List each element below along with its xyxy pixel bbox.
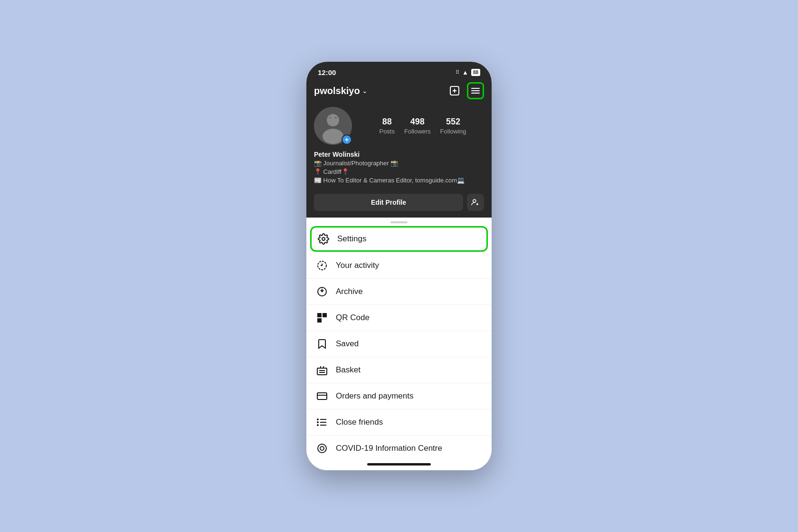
username-chevron-icon: ⌄ [362, 87, 368, 95]
payments-icon [316, 390, 328, 402]
menu-item-close-friends[interactable]: Close friends [306, 409, 492, 436]
home-indicator [367, 463, 431, 466]
add-post-button[interactable] [446, 82, 463, 99]
settings-label: Settings [337, 234, 366, 244]
bio-line-2: 📍 Cardiff📍 [314, 168, 484, 176]
edit-profile-bar: Edit Profile [306, 191, 492, 218]
menu-item-saved[interactable]: Saved [306, 331, 492, 357]
avatar-add-button[interactable]: + [342, 134, 352, 145]
bio-line-3: 📰 How To Editor & Cameras Editor, tomsgu… [314, 176, 484, 185]
activity-label: Your activity [336, 261, 379, 270]
archive-icon [316, 285, 328, 298]
svg-rect-20 [324, 314, 325, 316]
bio-section: Peter Wolinski 📸 Journalist/Photographer… [306, 151, 492, 191]
menu-sheet: Settings Your activity [306, 218, 492, 470]
close-friends-label: Close friends [336, 418, 383, 427]
posts-stat: 88 Posts [379, 117, 395, 135]
profile-section: 12:00 ⠿ ▲ 88 pwolskiyo ⌄ [306, 62, 492, 218]
nav-icons [446, 82, 484, 99]
phone-frame: 12:00 ⠿ ▲ 88 pwolskiyo ⌄ [306, 62, 492, 470]
svg-rect-37 [317, 393, 327, 399]
qr-icon [316, 312, 328, 324]
svg-point-45 [318, 444, 326, 453]
posts-count: 88 [379, 117, 395, 127]
menu-item-qr[interactable]: QR Code [306, 305, 492, 331]
status-icons: ⠿ ▲ 88 [456, 69, 480, 76]
menu-item-activity[interactable]: Your activity [306, 253, 492, 279]
followers-count: 498 [404, 117, 431, 127]
covid-label: COVID-19 Information Centre [336, 444, 442, 453]
menu-item-orders[interactable]: Orders and payments [306, 383, 492, 409]
hamburger-menu-button[interactable] [467, 82, 484, 99]
svg-point-46 [320, 446, 324, 450]
svg-rect-21 [319, 320, 320, 321]
svg-point-44 [317, 425, 318, 426]
friends-icon [316, 416, 328, 428]
following-label: Following [440, 128, 466, 135]
bio-line-1: 📸 Journalist/Photographer 📸 [314, 159, 484, 168]
svg-rect-10 [335, 117, 337, 118]
svg-point-11 [473, 200, 476, 202]
covid-icon [316, 442, 328, 455]
svg-rect-31 [317, 368, 327, 375]
saved-label: Saved [336, 339, 359, 349]
svg-point-7 [327, 114, 339, 126]
profile-name: Peter Wolinski [314, 151, 484, 158]
qr-label: QR Code [336, 313, 370, 323]
drag-handle [390, 221, 408, 223]
username-label: pwolskiyo [314, 86, 360, 96]
basket-label: Basket [336, 365, 361, 375]
settings-icon [317, 233, 330, 245]
menu-item-basket[interactable]: Basket [306, 357, 492, 383]
edit-profile-button[interactable]: Edit Profile [314, 194, 463, 211]
svg-rect-19 [319, 314, 320, 316]
top-nav: pwolskiyo ⌄ [306, 80, 492, 103]
menu-item-covid[interactable]: COVID-19 Information Centre [306, 436, 492, 459]
followers-stat[interactable]: 498 Followers [404, 117, 431, 135]
wifi-icon: ▲ [462, 69, 468, 76]
basket-icon [316, 364, 328, 376]
status-time: 12:00 [318, 68, 336, 76]
suggest-people-button[interactable] [467, 194, 484, 211]
menu-item-settings[interactable]: Settings [310, 226, 488, 252]
following-stat[interactable]: 552 Following [440, 117, 466, 135]
svg-rect-9 [329, 117, 331, 118]
status-bar: 12:00 ⠿ ▲ 88 [306, 62, 492, 80]
followers-label: Followers [404, 128, 431, 135]
posts-label: Posts [379, 128, 395, 135]
stats-row: 88 Posts 498 Followers 552 Following [361, 117, 484, 135]
battery-icon: 88 [471, 69, 480, 76]
following-count: 552 [440, 117, 466, 127]
orders-label: Orders and payments [336, 391, 413, 401]
profile-info: + 88 Posts 498 Followers 552 Following [306, 103, 492, 151]
avatar-container[interactable]: + [314, 107, 352, 145]
menu-item-archive[interactable]: Archive [306, 279, 492, 305]
svg-point-43 [317, 422, 318, 423]
svg-point-12 [322, 238, 325, 240]
menu-list: Settings Your activity [306, 225, 492, 459]
saved-icon [316, 338, 328, 350]
signal-icon: ⠿ [456, 69, 459, 76]
svg-point-8 [323, 129, 343, 144]
archive-label: Archive [336, 287, 363, 296]
username-row[interactable]: pwolskiyo ⌄ [314, 86, 368, 96]
activity-icon [316, 259, 328, 272]
svg-point-42 [317, 419, 318, 420]
